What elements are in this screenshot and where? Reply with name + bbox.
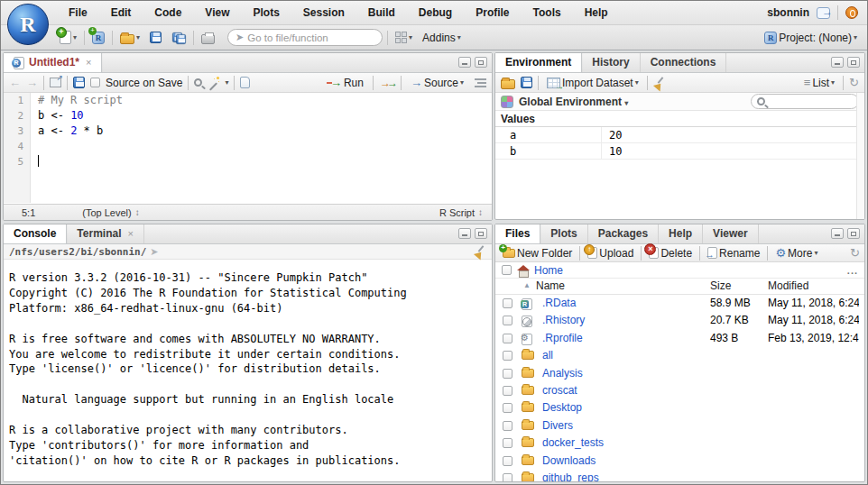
minimize-icon[interactable] (458, 57, 471, 68)
environment-scope-selector[interactable]: Global Environment ▾ (519, 96, 628, 108)
file-row[interactable]: Analysis (495, 365, 864, 382)
tab-connections[interactable]: Connections (641, 53, 727, 72)
back-icon[interactable]: ← (9, 76, 21, 89)
tab-packages[interactable]: Packages (588, 224, 659, 243)
document-outline-icon[interactable] (475, 78, 486, 87)
file-checkbox[interactable] (503, 334, 512, 343)
project-selector[interactable]: R Project: (None) ▾ (762, 30, 860, 46)
column-header-modified[interactable]: Modified (768, 279, 808, 292)
open-file-button[interactable]: ▾ (117, 30, 143, 46)
menu-item-session[interactable]: Session (291, 1, 356, 24)
open-in-new-window-icon[interactable] (50, 78, 61, 87)
tab-untitled1[interactable]: Untitled1* × (4, 53, 102, 72)
clear-console-icon[interactable] (474, 245, 486, 258)
console-output[interactable]: R version 3.3.2 (2016-10-31) -- "Sincere… (4, 260, 492, 482)
file-row[interactable]: Desktop (495, 399, 864, 416)
maximize-icon[interactable] (475, 57, 487, 68)
breadcrumb-home-link[interactable]: Home (534, 264, 563, 277)
minimize-icon[interactable] (458, 228, 471, 239)
new-file-button[interactable]: ▾ (57, 29, 79, 46)
file-type-selector[interactable]: R Script↕ (439, 207, 483, 218)
maximize-icon[interactable] (847, 228, 860, 239)
close-icon[interactable]: × (86, 53, 91, 72)
file-name-link[interactable]: docker_tests (542, 436, 604, 449)
file-checkbox[interactable] (503, 421, 512, 431)
column-header-size[interactable]: Size (710, 279, 731, 292)
menu-item-build[interactable]: Build (356, 1, 407, 24)
more-button[interactable]: ⚙More▾ (772, 244, 820, 261)
file-checkbox[interactable] (503, 298, 512, 308)
file-checkbox[interactable] (503, 351, 512, 361)
menu-item-tools[interactable]: Tools (522, 1, 573, 24)
sort-ascending-icon[interactable]: ▲ (523, 281, 531, 289)
code-tools-icon[interactable] (208, 77, 219, 88)
pane-layout-button[interactable]: ▾ (392, 30, 415, 45)
menu-item-view[interactable]: View (193, 1, 241, 24)
delete-button[interactable]: Delete (646, 245, 695, 261)
goto-file-input[interactable] (247, 32, 365, 43)
file-name-link[interactable]: all (542, 349, 553, 361)
file-name-link[interactable]: .Rprofile (542, 332, 583, 344)
select-all-checkbox[interactable] (502, 265, 512, 275)
maximize-icon[interactable] (847, 57, 860, 68)
tab-console[interactable]: Console (4, 224, 67, 243)
goto-directory-icon[interactable]: ➤ (150, 246, 158, 258)
tab-environment[interactable]: Environment (495, 53, 582, 72)
breadcrumb-more-button[interactable]: ... (847, 265, 858, 276)
file-checkbox[interactable] (503, 316, 512, 325)
tab-viewer[interactable]: Viewer (703, 224, 758, 243)
save-button[interactable] (147, 30, 164, 45)
file-checkbox[interactable] (503, 473, 512, 482)
compile-report-icon[interactable] (240, 77, 250, 88)
save-all-button[interactable] (169, 30, 189, 46)
file-checkbox[interactable] (503, 369, 512, 379)
maximize-icon[interactable] (475, 228, 487, 239)
scope-selector[interactable]: (Top Level)↕ (82, 207, 139, 218)
menu-item-debug[interactable]: Debug (407, 1, 464, 24)
minimize-icon[interactable] (831, 57, 844, 68)
minimize-icon[interactable] (831, 228, 844, 239)
file-name-link[interactable]: Divers (542, 419, 573, 432)
file-row[interactable]: docker_tests (495, 435, 864, 452)
file-checkbox[interactable] (503, 386, 512, 396)
file-row[interactable]: croscat (495, 382, 864, 399)
file-name-link[interactable]: Downloads (542, 454, 596, 467)
menu-item-plots[interactable]: Plots (241, 1, 291, 24)
file-checkbox[interactable] (503, 456, 512, 466)
column-header-name[interactable]: Name (536, 279, 565, 292)
file-name-link[interactable]: croscat (542, 384, 577, 397)
menu-item-file[interactable]: File (57, 1, 99, 24)
environment-search[interactable] (751, 94, 859, 109)
forward-icon[interactable]: → (26, 76, 38, 89)
file-row[interactable]: Divers (495, 417, 864, 435)
tab-terminal[interactable]: Terminal× (67, 224, 144, 243)
file-row[interactable]: .Rhistory20.7 KBMay 11, 2018, 6:24 P (495, 312, 864, 329)
file-checkbox[interactable] (503, 403, 512, 413)
refresh-icon[interactable]: ↻ (849, 76, 859, 89)
source-on-save-checkbox[interactable] (90, 78, 100, 87)
file-row[interactable]: all (495, 347, 864, 364)
tab-plots[interactable]: Plots (540, 224, 587, 243)
file-name-link[interactable]: .Rhistory (542, 314, 585, 326)
upload-button[interactable]: Upload (585, 245, 636, 261)
menu-item-edit[interactable]: Edit (99, 1, 143, 24)
rename-button[interactable]: Rename (705, 245, 762, 261)
list-view-button[interactable]: ≡List▾ (801, 74, 837, 91)
import-dataset-button[interactable]: Import Dataset ▾ (544, 75, 642, 91)
environment-search-input[interactable] (769, 96, 850, 107)
file-name-link[interactable]: github_reps (542, 471, 599, 482)
find-replace-icon[interactable] (194, 78, 202, 87)
file-name-link[interactable]: Desktop (542, 401, 582, 414)
print-button[interactable] (199, 30, 217, 46)
source-button[interactable]: →Source▾ (408, 74, 466, 91)
menu-item-help[interactable]: Help (573, 1, 620, 24)
sign-out-icon[interactable] (817, 7, 830, 19)
tab-help[interactable]: Help (659, 224, 703, 243)
code-editor[interactable]: 12345 # My R scriptb <- 10a <- 2 * b (4, 93, 492, 203)
file-name-link[interactable]: Analysis (542, 367, 583, 380)
file-name-link[interactable]: .RData (542, 297, 576, 309)
new-project-button[interactable]: R (89, 30, 107, 46)
environment-variable-row[interactable]: b10 (495, 143, 864, 160)
menu-item-code[interactable]: Code (143, 1, 193, 24)
quit-session-icon[interactable] (845, 6, 858, 19)
